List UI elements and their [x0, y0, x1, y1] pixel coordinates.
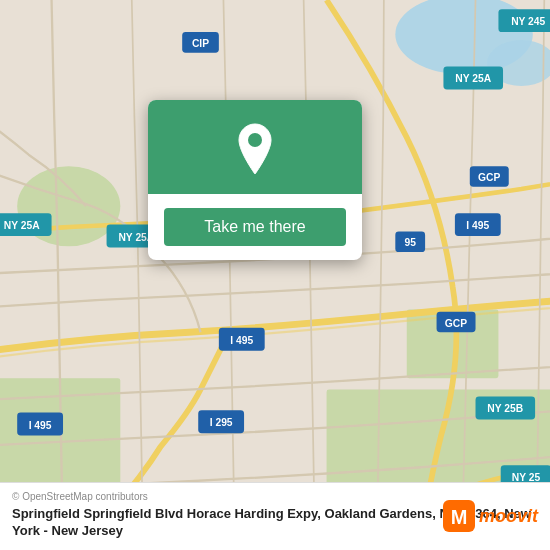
take-me-there-button[interactable]: Take me there: [164, 208, 346, 246]
svg-text:NY 25B: NY 25B: [487, 403, 523, 414]
map-background: NY 245 NY 25A I 495 GCP GCP NY 25B NY 25…: [0, 0, 550, 550]
svg-text:CIP: CIP: [192, 38, 209, 49]
bottom-bar: © OpenStreetMap contributors Springfield…: [0, 482, 550, 550]
moovit-m-icon: M: [443, 500, 475, 532]
map-container: NY 245 NY 25A I 495 GCP GCP NY 25B NY 25…: [0, 0, 550, 550]
popup-green-area: [148, 100, 362, 194]
moovit-logo: M moovit: [443, 500, 538, 532]
location-pin-icon: [233, 122, 277, 176]
popup-card: Take me there: [148, 100, 362, 260]
svg-text:95: 95: [404, 237, 416, 248]
svg-text:NY 245: NY 245: [511, 16, 545, 27]
svg-text:GCP: GCP: [445, 318, 467, 329]
svg-text:I 495: I 495: [29, 420, 52, 431]
moovit-wordmark: moovit: [479, 506, 538, 527]
svg-text:I 495: I 495: [466, 220, 489, 231]
svg-text:M: M: [451, 506, 468, 528]
svg-text:NY 25A: NY 25A: [4, 220, 40, 231]
svg-text:NY 25A: NY 25A: [455, 73, 491, 84]
svg-text:I 295: I 295: [210, 417, 233, 428]
svg-text:GCP: GCP: [478, 172, 500, 183]
popup-button-row: Take me there: [148, 194, 362, 260]
svg-point-35: [248, 133, 262, 147]
svg-text:I 495: I 495: [230, 335, 253, 346]
